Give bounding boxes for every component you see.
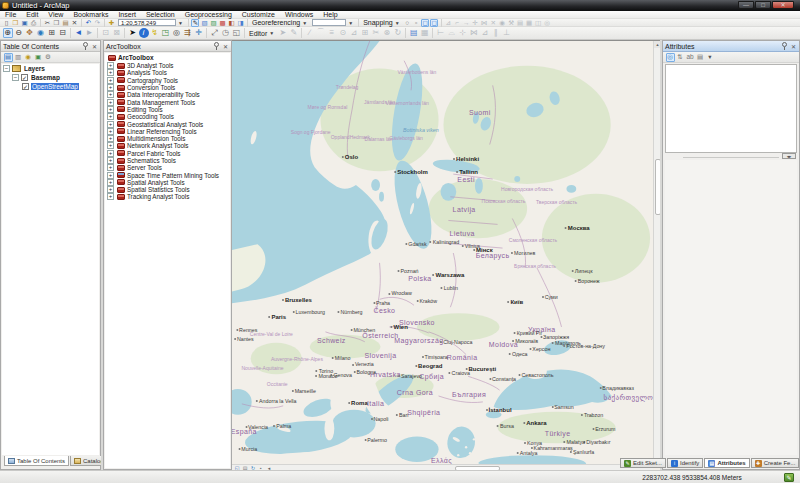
minimize-button[interactable]: — xyxy=(738,1,754,9)
snap-to-feature-icon[interactable]: ⊢ xyxy=(436,28,446,38)
georef-layer-combo[interactable] xyxy=(312,19,346,26)
tree-expander-icon[interactable]: + xyxy=(107,69,114,76)
pin-icon[interactable] xyxy=(82,42,89,50)
new-map-icon[interactable]: ▯ xyxy=(3,19,11,27)
close-icon[interactable]: ✕ xyxy=(790,43,797,50)
add-data-icon[interactable]: ✚ xyxy=(108,19,116,27)
dock-tab-identify[interactable]: iIdentify xyxy=(667,458,703,468)
zoom-out-icon[interactable]: ⊖ xyxy=(14,28,24,38)
hyperlink-icon[interactable]: ↯ xyxy=(150,28,160,38)
menu-windows[interactable]: Windows xyxy=(280,11,318,19)
tree-expander-icon[interactable]: + xyxy=(107,142,114,149)
snapping-menu[interactable]: Snapping xyxy=(363,19,393,26)
sketch-properties-icon[interactable]: ▦ xyxy=(420,28,430,38)
topology-select-icon[interactable]: ⊿ xyxy=(444,19,452,27)
layout-window-icon[interactable]: ▨ xyxy=(209,19,217,27)
toc-item-basemap[interactable]: −✓Basemap xyxy=(2,73,99,82)
toolbox-item-spatial-statistics-tools[interactable]: +Spatial Statistics Tools xyxy=(105,186,230,193)
attr-layout-caret-icon[interactable]: ▾ xyxy=(706,53,715,62)
edit-annotation-icon[interactable]: ✎ xyxy=(289,28,299,38)
tree-expander-icon[interactable]: + xyxy=(107,186,114,193)
create-viewer-icon[interactable]: ◱ xyxy=(232,28,242,38)
edit-vertices-icon[interactable]: ⊿ xyxy=(349,28,359,38)
toolbox-item-editing-tools[interactable]: +Editing Tools xyxy=(105,106,230,113)
html-popup-icon[interactable]: ◳ xyxy=(161,28,171,38)
dropdown-caret-icon[interactable]: ▼ xyxy=(269,30,274,36)
table-window-icon[interactable]: ▩ xyxy=(218,19,226,27)
modify-edge-icon[interactable]: → xyxy=(462,19,470,27)
toolbox-item-network-analyst-tools[interactable]: +Network Analyst Tools xyxy=(105,142,230,149)
reshape-edge-icon[interactable]: ✛ xyxy=(471,19,479,27)
menu-edit[interactable]: Edit xyxy=(21,11,43,19)
clear-selection-icon[interactable]: ⊠ xyxy=(112,28,122,38)
print-icon[interactable]: ⎙ xyxy=(30,19,38,27)
toolbox-item-spatial-analyst-tools[interactable]: +Spatial Analyst Tools xyxy=(105,179,230,186)
tree-expander-icon[interactable]: + xyxy=(107,99,114,106)
parallel-icon[interactable]: ∥ xyxy=(491,28,501,38)
topology-zoom-icon[interactable]: ◎ xyxy=(543,19,551,27)
list-by-source-icon[interactable]: ▥ xyxy=(14,53,23,62)
toolbox-item-parcel-fabric-tools[interactable]: +Parcel Fabric Tools xyxy=(105,150,230,157)
close-icon[interactable]: ✕ xyxy=(91,43,98,50)
tab-table-of-contents[interactable]: Table Of Contents xyxy=(4,456,69,466)
menu-help[interactable]: Help xyxy=(318,11,342,19)
cut-polygons-icon[interactable]: ✂ xyxy=(371,28,381,38)
toolbox-item-geocoding-tools[interactable]: +Geocoding Tools xyxy=(105,113,230,120)
toolbox-item-conversion-tools[interactable]: +Conversion Tools xyxy=(105,84,230,91)
tree-expander-icon[interactable]: + xyxy=(107,113,114,120)
toolbox-item-space-time-pattern-mining-tools[interactable]: +Space Time Pattern Mining Tools xyxy=(105,171,230,178)
point-tool-icon[interactable]: ⊙ xyxy=(338,28,348,38)
redo-icon[interactable]: ↷ xyxy=(94,19,102,27)
attributes-button-icon[interactable]: ▤ xyxy=(409,28,419,38)
layer-checkbox[interactable]: ✓ xyxy=(21,74,28,81)
dock-tab-create-fe-[interactable]: ✚Create Fe... xyxy=(751,458,800,468)
arc-tool-icon[interactable]: ⌓ xyxy=(447,28,457,38)
align-edge-icon[interactable]: ⋈ xyxy=(480,19,488,27)
tree-expander-icon[interactable]: + xyxy=(107,150,114,157)
toolbox-item-data-management-tools[interactable]: +Data Management Tools xyxy=(105,98,230,105)
tree-expander-icon[interactable]: + xyxy=(107,106,114,113)
tree-expander-icon[interactable]: − xyxy=(12,74,19,81)
editor-menu[interactable]: Editor xyxy=(249,30,267,37)
toc-item-layers[interactable]: −Layers xyxy=(2,64,99,73)
menu-customize[interactable]: Customize xyxy=(237,11,280,19)
rotate-icon[interactable]: ↻ xyxy=(393,28,403,38)
dock-tab-attributes[interactable]: ▤Attributes xyxy=(704,458,749,468)
tree-expander-icon[interactable]: + xyxy=(107,62,114,69)
layer-checkbox[interactable]: ✓ xyxy=(22,83,29,90)
tree-expander-icon[interactable]: + xyxy=(107,121,114,128)
attr-sort-icon[interactable]: ⇅ xyxy=(676,53,685,62)
paste-icon[interactable]: ▤ xyxy=(62,19,70,27)
attr-expression-icon[interactable]: ab xyxy=(686,53,695,62)
cut-icon[interactable]: ✂ xyxy=(44,19,52,27)
toolbox-root[interactable]: ArcToolbox xyxy=(105,53,230,62)
find-route-icon[interactable]: ⇶ xyxy=(183,28,193,38)
fixed-zoom-in-icon[interactable]: ⊞ xyxy=(47,28,57,38)
tree-expander-icon[interactable]: + xyxy=(107,164,114,171)
pin-icon[interactable] xyxy=(781,42,788,50)
forward-extent-icon[interactable]: ► xyxy=(85,28,95,38)
snap-edge-icon[interactable]: ◻ xyxy=(430,19,438,27)
measure-icon[interactable]: ⤢ xyxy=(210,28,220,38)
straight-segment-icon[interactable]: ∕ xyxy=(305,28,315,38)
fixed-zoom-out-icon[interactable]: ⊟ xyxy=(58,28,68,38)
menu-file[interactable]: File xyxy=(0,11,21,19)
back-extent-icon[interactable]: ◄ xyxy=(74,28,84,38)
toolbox-item-3d-analyst-tools[interactable]: +3D Analyst Tools xyxy=(105,62,230,69)
dropdown-caret-icon[interactable]: ▼ xyxy=(395,20,400,26)
open-icon[interactable]: ❐ xyxy=(12,19,20,27)
toolbox-item-analysis-tools[interactable]: +Analysis Tools xyxy=(105,69,230,76)
select-features-icon[interactable]: ⊡ xyxy=(101,28,111,38)
time-slider-icon[interactable]: ◷ xyxy=(221,28,231,38)
tree-expander-icon[interactable]: + xyxy=(107,91,114,98)
close-icon[interactable]: ✕ xyxy=(222,43,229,50)
maximize-button[interactable]: □ xyxy=(755,1,771,9)
toolbox-item-geostatistical-analyst-tools[interactable]: +Geostatistical Analyst Tools xyxy=(105,120,230,127)
toolbox-item-cartography-tools[interactable]: +Cartography Tools xyxy=(105,77,230,84)
attributes-splitter[interactable] xyxy=(665,155,797,159)
list-by-visibility-icon[interactable]: ◉ xyxy=(24,53,33,62)
pin-icon[interactable] xyxy=(213,42,220,50)
toolbox-item-linear-referencing-tools[interactable]: +Linear Referencing Tools xyxy=(105,128,230,135)
tree-expander-icon[interactable]: + xyxy=(107,157,114,164)
menu-selection[interactable]: Selection xyxy=(141,11,180,19)
